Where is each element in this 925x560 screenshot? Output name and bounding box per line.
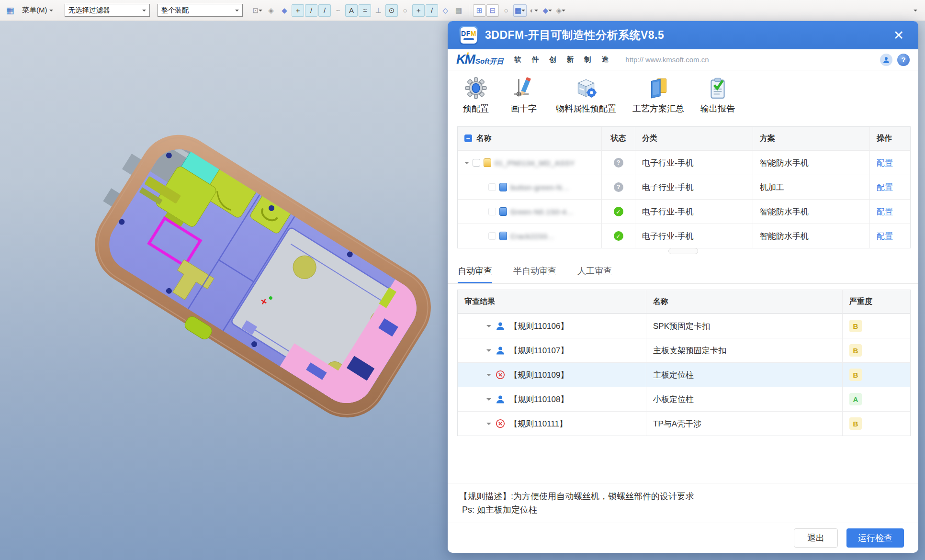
part-icon [499, 183, 507, 191]
expand-arrow-icon[interactable] [486, 325, 491, 330]
configure-link[interactable]: 配置 [877, 206, 893, 217]
configure-link[interactable]: 配置 [877, 231, 893, 242]
manual-review-person-icon [496, 321, 505, 331]
toolbar-overflow-chevron[interactable] [914, 10, 917, 13]
rule-id: 【规则110109】 [509, 370, 568, 381]
expand-arrow-icon[interactable] [486, 374, 491, 379]
result-row[interactable]: 【规则110111】 TP与A壳干涉 B [458, 411, 910, 436]
select-all-checkbox[interactable] [464, 134, 472, 142]
severity-badge: B [849, 320, 862, 332]
part-name-blurred: 01_PN0134_MD_ASSY [495, 159, 575, 167]
configure-link[interactable]: 配置 [877, 157, 893, 168]
rule-failed-icon [496, 370, 505, 380]
table-collapse-handle[interactable] [668, 248, 698, 254]
menu-label: 菜单(M) [22, 6, 47, 15]
table-row[interactable]: button-green-N… ? 电子行业-手机 机加工 配置 [458, 175, 910, 199]
part-name-blurred: button-green-N… [510, 183, 569, 191]
expand-arrow-icon[interactable] [486, 423, 491, 427]
material-preconfig-button[interactable]: 物料属性预配置 [556, 76, 616, 114]
part-icon [499, 207, 507, 216]
severity-badge: B [849, 417, 862, 430]
snap-line-icon[interactable]: / [305, 4, 317, 17]
category-cell: 电子行业-手机 [635, 224, 753, 248]
rule-failed-icon [496, 419, 505, 428]
render-style-icon[interactable]: ◐ [528, 4, 540, 17]
deselect-icon[interactable]: ◈ [265, 4, 277, 17]
plan-cell: 智能防水手机 [753, 224, 869, 248]
row-checkbox[interactable] [473, 159, 480, 167]
nx-toolbar: ▦ 菜单(M) 无选择过滤器 整个装配 ⊡ ◈ ◆ [0, 0, 925, 21]
review-tab[interactable]: 自动审查 [458, 265, 492, 283]
output-report-button[interactable]: 输出报告 [700, 76, 735, 114]
table-icon[interactable]: ▦ [452, 4, 465, 17]
snap-settings-icon[interactable]: ▦ [513, 4, 527, 17]
gear-icon [464, 76, 488, 100]
category-cell: 电子行业-手机 [635, 175, 753, 199]
rule-id: 【规则110108】 [509, 394, 568, 405]
exit-button[interactable]: 退出 [794, 528, 838, 548]
nx-app-icon: ▦ [5, 5, 15, 16]
table-row[interactable]: Crack2233… ✓ 电子行业-手机 智能防水手机 配置 [458, 224, 910, 248]
user-icon[interactable] [880, 54, 892, 66]
visualization-icon[interactable]: ◈ [554, 4, 567, 17]
review-tabs: 自动审查 半自动审查 人工审查 [448, 258, 918, 284]
expand-arrow-icon[interactable] [486, 349, 491, 354]
snap-axis-icon[interactable]: ⊥ [372, 4, 384, 17]
review-tab[interactable]: 人工审查 [577, 265, 612, 283]
brand-tagline: 软 件 创 新 制 造 [514, 55, 613, 64]
close-icon[interactable]: ✕ [891, 27, 907, 44]
view-cube-icon[interactable]: ◆ [541, 4, 553, 17]
snap-ellipse-icon[interactable]: ○ [399, 4, 411, 17]
highlight-cube-icon[interactable]: ◆ [278, 4, 291, 17]
row-checkbox[interactable] [488, 183, 496, 191]
zoom-window-icon[interactable]: ⊞ [473, 4, 485, 17]
snap-segment-icon[interactable]: / [318, 4, 331, 17]
status-icon: ? [614, 158, 623, 168]
draw-cross-button[interactable]: 画十字 [508, 76, 540, 114]
result-row[interactable]: 【规则110108】 小板定位柱 A [458, 387, 910, 411]
severity-badge: B [849, 369, 862, 381]
snap-slash-icon[interactable]: / [426, 4, 438, 17]
snap-center-icon[interactable]: ⊙ [385, 4, 398, 17]
help-icon[interactable]: ? [897, 54, 910, 66]
snap-point-icon[interactable]: + [412, 4, 425, 17]
dialog-titlebar: DFM 3DDFM-开目可制造性分析系统V8.5 ✕ [448, 21, 918, 49]
datum-icon[interactable]: ◇ [439, 4, 451, 17]
table-row[interactable]: Green-N0.1S0-4… ✓ 电子行业-手机 智能防水手机 配置 [458, 199, 910, 224]
row-checkbox[interactable] [488, 208, 496, 215]
orbit-icon[interactable]: ○ [500, 4, 512, 17]
selection-scope-select[interactable]: 整个装配 [158, 4, 243, 17]
severity-badge: B [849, 344, 862, 357]
category-cell: 电子行业-手机 [635, 151, 753, 175]
rule-id: 【规则110106】 [509, 321, 568, 332]
expand-arrow-icon[interactable] [464, 162, 469, 167]
selection-filter-select[interactable]: 无选择过滤器 [65, 4, 150, 17]
separator[interactable] [469, 4, 469, 17]
part-icon [484, 158, 491, 167]
process-summary-button[interactable]: 工艺方案汇总 [632, 76, 684, 114]
snap-curve-icon[interactable]: ~ [332, 4, 344, 17]
pan-icon[interactable]: ⊟ [486, 4, 499, 17]
manual-review-person-icon [496, 346, 505, 355]
dialog-action-toolbar: 预配置 画十字 [448, 70, 918, 120]
kmsoft-logo: KM ' Soft开目 [456, 52, 504, 67]
review-tab[interactable]: 半自动审查 [513, 265, 556, 283]
report-check-icon [706, 76, 730, 100]
snap-wave-icon[interactable]: ≈ [359, 4, 371, 17]
plan-cell: 机加工 [753, 175, 869, 199]
preconfig-button[interactable]: 预配置 [460, 76, 492, 114]
expand-arrow-icon[interactable] [486, 398, 491, 403]
selection-rect-icon[interactable]: ⊡ [251, 4, 264, 17]
result-row[interactable]: 【规则110107】 主板支架预固定卡扣 B [458, 338, 910, 362]
snap-move-icon[interactable]: + [292, 4, 304, 17]
snap-spline-icon[interactable]: A [345, 4, 358, 17]
configure-link[interactable]: 配置 [877, 182, 893, 193]
table-row[interactable]: 01_PN0134_MD_ASSY ? 电子行业-手机 智能防水手机 配置 [458, 150, 910, 175]
row-checkbox[interactable] [488, 232, 496, 240]
menu-button[interactable]: 菜单(M) [18, 4, 57, 17]
run-check-button[interactable]: 运行检查 [846, 528, 904, 548]
result-row[interactable]: 【规则110109】 主板定位柱 B [458, 362, 910, 387]
status-icon: ✓ [614, 231, 623, 241]
chevron-down-icon [235, 10, 239, 13]
result-row[interactable]: 【规则110106】 SPK预固定卡扣 B [458, 314, 910, 338]
